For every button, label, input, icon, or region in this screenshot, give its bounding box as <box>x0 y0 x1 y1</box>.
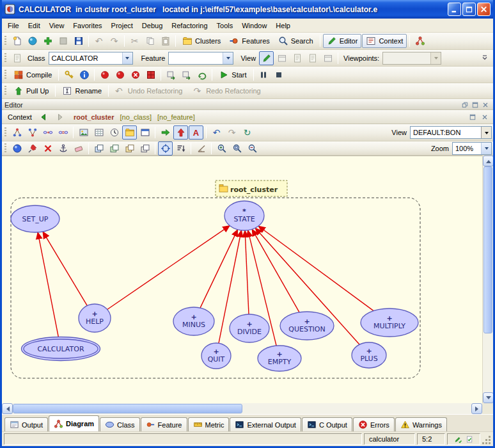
crop-target-icon[interactable] <box>158 141 173 156</box>
labels-toggle-icon[interactable]: A <box>189 125 203 140</box>
centers-sphere-icon[interactable] <box>10 141 24 156</box>
compile-button[interactable]: Compile <box>10 68 56 82</box>
resize-grip[interactable] <box>482 436 491 445</box>
class-combobox-arrow[interactable] <box>122 52 132 64</box>
stop-button[interactable] <box>272 68 287 82</box>
inherit-edge-divide-state[interactable] <box>245 230 249 314</box>
tab-feature[interactable]: Feature <box>141 417 187 431</box>
layer-plain-icon[interactable] <box>138 141 152 156</box>
tab-c-output[interactable]: C Output <box>302 417 352 431</box>
scroll-down-button[interactable] <box>483 392 494 403</box>
add-item-icon[interactable] <box>40 34 55 48</box>
menu-debug[interactable]: Debug <box>138 20 167 31</box>
menu-favorites[interactable]: Favorites <box>68 20 106 31</box>
diagram-view-arrow[interactable] <box>481 127 491 138</box>
maximize-button[interactable] <box>462 3 476 16</box>
tab-diagram[interactable]: Diagram <box>49 415 99 431</box>
force-layout-icon[interactable] <box>158 125 173 140</box>
scroll-right-button[interactable] <box>471 403 482 414</box>
class-node-divide[interactable]: +DIVIDE <box>230 314 269 342</box>
text-view-pencil-icon[interactable] <box>259 51 274 65</box>
tab-metric[interactable]: Metric <box>188 417 230 431</box>
features-button[interactable]: Features <box>225 34 273 48</box>
descendants-icon[interactable] <box>25 125 40 140</box>
inherit-edge-help-state[interactable] <box>107 226 230 310</box>
sort-icon[interactable] <box>173 141 188 156</box>
class-node-multiply[interactable]: +MULTIPLY <box>361 308 418 337</box>
scroll-up-button[interactable] <box>483 156 494 166</box>
depth-arrow-icon[interactable] <box>173 125 188 140</box>
toolbar-gripper[interactable] <box>4 70 6 80</box>
pull-up-button[interactable]: Pull Up <box>10 84 52 98</box>
titlebar[interactable]: CALCULATOR in cluster root_cluster locat… <box>2 0 493 19</box>
class-node-calculator[interactable]: CALCULATOR <box>22 337 100 361</box>
inherit-edge-question-state[interactable] <box>252 229 299 312</box>
zoom-fit-icon[interactable] <box>230 141 244 156</box>
vertical-scroll-thumb[interactable] <box>483 166 492 333</box>
class-node-set_up[interactable]: SET_UP <box>11 205 59 232</box>
menu-project[interactable]: Project <box>107 20 138 31</box>
class-hierarchy-icon[interactable] <box>10 125 24 140</box>
inherit-edge-multiply-state[interactable] <box>258 226 373 310</box>
editor-toggle-button[interactable]: Editor <box>323 34 362 48</box>
save-icon[interactable] <box>71 34 86 48</box>
start-button[interactable]: Start <box>215 68 250 82</box>
layer-green-icon[interactable] <box>107 141 122 156</box>
class-node-plus[interactable]: +PLUS <box>352 342 386 368</box>
grid-layout-icon[interactable] <box>91 125 106 140</box>
panel-close-icon[interactable] <box>480 100 491 109</box>
refresh-icon[interactable]: ↻ <box>240 125 255 140</box>
minimize-button[interactable] <box>448 3 461 16</box>
menu-edit[interactable]: Edit <box>24 20 45 31</box>
class-node-help[interactable]: +HELP <box>79 304 111 332</box>
step-out-icon[interactable] <box>179 68 194 82</box>
menu-refactoring[interactable]: Refactoring <box>167 20 212 31</box>
new-class-window-icon[interactable] <box>138 125 152 140</box>
horizontal-scroll-track[interactable] <box>13 403 471 414</box>
class-node-empty[interactable]: +EMPTY <box>258 346 301 371</box>
export-diagram-icon[interactable] <box>76 125 91 140</box>
melt-icon[interactable] <box>97 68 112 82</box>
zoom-in-icon[interactable] <box>214 141 229 156</box>
client-link-icon[interactable] <box>40 125 55 140</box>
toolbar-gripper[interactable] <box>4 36 6 46</box>
panel-maximize-icon[interactable] <box>470 100 480 109</box>
diagram-view-combobox[interactable]: DEFAULT:BON <box>410 126 492 139</box>
eraser-icon[interactable] <box>71 141 86 156</box>
zoom-combobox-arrow[interactable] <box>481 143 491 154</box>
toolbar-gripper[interactable] <box>4 86 6 96</box>
menu-window[interactable]: Window <box>237 20 271 31</box>
zoom-combobox[interactable]: 100% <box>452 142 492 155</box>
overflow-chevron-icon[interactable] <box>477 51 492 65</box>
feature-combobox-arrow[interactable] <box>223 52 233 64</box>
search-button[interactable]: Search <box>274 34 317 48</box>
menu-file[interactable]: File <box>3 20 24 31</box>
context-maximize-icon[interactable] <box>468 112 478 122</box>
pause-button[interactable] <box>256 68 271 82</box>
menu-view[interactable]: View <box>45 20 69 31</box>
inherit-edge-calculator-set_up[interactable] <box>38 232 59 339</box>
context-cluster-link[interactable]: root_cluster <box>74 113 114 121</box>
cluster-label-root_cluster[interactable]: root_cluster <box>216 180 287 196</box>
new-window-icon[interactable] <box>10 34 24 48</box>
anchor-icon[interactable] <box>56 141 70 156</box>
new-cluster-folder-icon[interactable] <box>122 125 137 140</box>
toolbar-gripper[interactable] <box>4 127 6 138</box>
diagram-undo-icon[interactable]: ↶ <box>209 125 224 140</box>
class-node-quit[interactable]: +QUIT <box>201 343 231 369</box>
context-close-icon[interactable] <box>480 112 490 122</box>
close-button[interactable] <box>477 3 491 16</box>
context-toggle-button[interactable]: Context <box>362 34 407 48</box>
inherit-edge-minus-state[interactable] <box>200 230 238 308</box>
delete-cross-icon[interactable] <box>40 141 55 156</box>
horizontal-scrollbar[interactable] <box>2 403 482 414</box>
vertical-scrollbar[interactable] <box>482 156 493 403</box>
quick-melt-icon[interactable] <box>113 68 127 82</box>
history-back-icon[interactable] <box>36 110 51 124</box>
feature-combobox[interactable] <box>168 52 233 65</box>
class-node-state[interactable]: *STATE <box>224 201 264 230</box>
class-node-question[interactable]: +QUESTION <box>280 312 334 340</box>
history-icon[interactable] <box>107 125 122 140</box>
supplier-link-icon[interactable] <box>56 125 70 140</box>
diagram-tool-icon[interactable] <box>412 34 427 48</box>
